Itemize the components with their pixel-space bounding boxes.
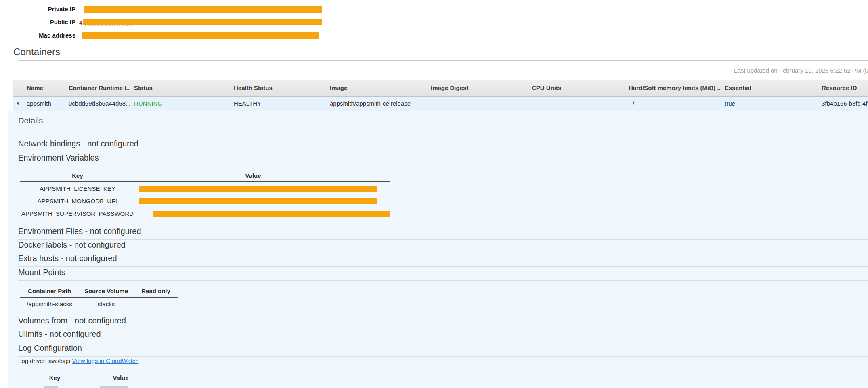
- public-ip-label: Public IP: [0, 19, 75, 26]
- log-options-header-row: Key Value: [20, 373, 152, 384]
- mount-point-row: /appsmith-stacks stacks: [20, 298, 178, 310]
- env-key-cell: APPSMITH_SUPERVISOR_PASSWORD: [20, 210, 135, 217]
- container-resource-id-cell: 3fb4b166-b3fc-4f9: [818, 97, 868, 111]
- env-key-cell: APPSMITH_LICENSE_KEY: [20, 185, 135, 192]
- env-row: APPSMITH_SUPERVISOR_PASSWORD: [20, 207, 390, 220]
- expand-column-header: [13, 80, 23, 96]
- container-memory-limits-cell: --/--: [625, 97, 721, 111]
- source-volume-header: Source Volume: [79, 286, 133, 297]
- log-options-table: Key Value: [20, 373, 152, 384]
- private-ip-label: Private IP: [0, 6, 75, 13]
- image-column-header: Image: [326, 80, 427, 96]
- mount-points-section-heading: Mount Points: [18, 267, 868, 281]
- mount-points-table: Container Path Source Volume Read only /…: [20, 286, 178, 310]
- log-configuration-section-heading: Log Configuration: [18, 343, 868, 357]
- clipped-row-text-fragment: [44, 386, 58, 388]
- env-value-redacted-bar: [139, 198, 377, 204]
- containers-heading-rule: [18, 60, 868, 61]
- container-image-digest-cell: [427, 97, 528, 111]
- public-ip-partial-text: 4: [79, 19, 82, 26]
- env-key-cell: APPSMITH_MONGODB_URI: [20, 198, 135, 204]
- mount-table-header-row: Container Path Source Volume Read only: [20, 286, 178, 298]
- container-detail-panel: Details Network bindings - not configure…: [8, 111, 868, 388]
- env-row: APPSMITH_MONGODB_URI: [20, 195, 390, 207]
- docker-labels-section-heading: Docker labels - not configured: [18, 240, 868, 253]
- mac-address-redacted-bar: [82, 32, 319, 39]
- container-row-appsmith[interactable]: ▾ appsmith 0cbdd69d3b6a44d58... RUNNING …: [13, 97, 868, 111]
- log-key-header: Key: [20, 373, 90, 384]
- health-status-column-header: Health Status: [230, 80, 326, 96]
- read-only-header: Read only: [133, 286, 178, 297]
- env-table-header-row: Key Value: [20, 171, 390, 182]
- mac-address-label: Mac address: [0, 32, 75, 39]
- clipped-row-text-fragment: [100, 386, 128, 388]
- container-runtime-id-cell: 0cbdd69d3b6a44d58...: [65, 97, 130, 111]
- container-health-cell: HEALTHY: [230, 97, 326, 111]
- cpu-units-column-header: CPU Units: [528, 80, 625, 96]
- image-digest-column-header: Image Digest: [427, 80, 528, 96]
- status-column-header: Status: [130, 80, 230, 96]
- public-ip-redacted-bar: [83, 19, 322, 25]
- memory-limits-column-header: Hard/Soft memory limits (MiB) ...: [625, 80, 721, 96]
- public-ip-text-descenders: [85, 25, 132, 26]
- extra-hosts-section-heading: Extra hosts - not configured: [18, 253, 868, 267]
- details-section-heading: Details: [18, 116, 868, 129]
- containers-heading: Containers: [13, 46, 60, 58]
- collapse-caret-icon[interactable]: ▾: [13, 97, 23, 111]
- private-ip-redacted-bar: [84, 6, 322, 13]
- container-name-cell: appsmith: [23, 97, 65, 111]
- last-updated-text: Last updated on February 10, 2023 6:22:5…: [734, 67, 868, 74]
- environment-variables-section-heading: Environment Variables: [18, 153, 868, 166]
- ulimits-section-heading: Ulimits - not configured: [18, 329, 868, 342]
- container-path-cell: /appsmith-stacks: [20, 300, 79, 307]
- essential-column-header: Essential: [721, 80, 818, 96]
- containers-table: Name Container Runtime I... Status Healt…: [13, 80, 868, 111]
- container-essential-cell: true: [721, 97, 818, 111]
- container-image-cell: appsmith/appsmith-ce:release: [326, 97, 427, 111]
- container-path-header: Container Path: [20, 286, 79, 297]
- container-cpu-units-cell: --: [528, 97, 625, 111]
- volumes-from-section-heading: Volumes from - not configured: [18, 316, 868, 329]
- network-bindings-section-heading: Network bindings - not configured: [18, 139, 868, 152]
- name-column-header: Name: [23, 80, 65, 96]
- log-driver-text: Log driver: awslogs: [18, 357, 72, 364]
- env-value-redacted-bar: [139, 186, 377, 192]
- containers-table-header-row: Name Container Runtime I... Status Healt…: [13, 80, 868, 97]
- env-value-redacted-bar: [153, 211, 390, 217]
- env-key-header: Key: [20, 171, 135, 181]
- environment-files-section-heading: Environment Files - not configured: [18, 226, 868, 240]
- environment-variables-table: Key Value APPSMITH_LICENSE_KEY APPSMITH_…: [20, 171, 390, 220]
- source-volume-cell: stacks: [79, 300, 133, 307]
- runtime-id-column-header: Container Runtime I...: [65, 80, 130, 96]
- container-status-cell: RUNNING: [130, 97, 230, 111]
- resource-id-column-header: Resource ID: [818, 80, 868, 96]
- env-value-header: Value: [135, 171, 371, 181]
- log-driver-line: Log driver: awslogs View logs in CloudWa…: [18, 357, 139, 365]
- log-value-header: Value: [90, 373, 152, 384]
- ecs-container-details-page: Private IP Public IP 4 Mac address Conta…: [0, 0, 868, 388]
- view-logs-in-cloudwatch-link[interactable]: View logs in CloudWatch: [72, 357, 138, 364]
- env-row: APPSMITH_LICENSE_KEY: [20, 182, 390, 195]
